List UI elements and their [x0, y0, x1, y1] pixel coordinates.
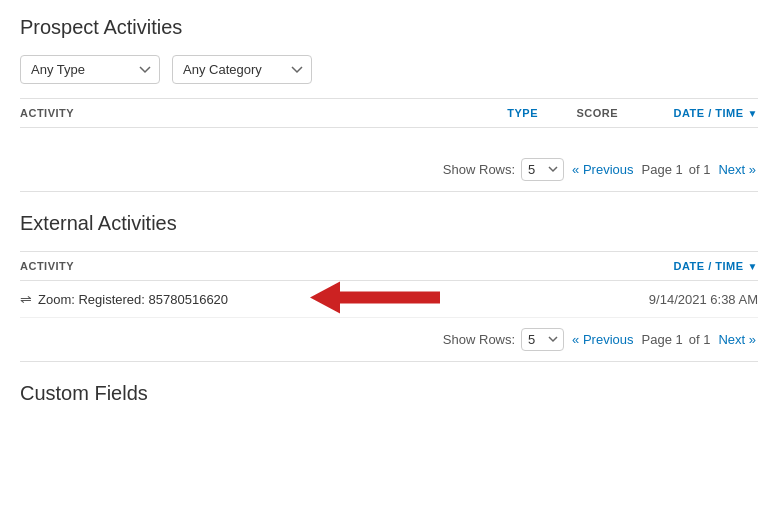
- category-filter-select[interactable]: Any Category Marketing Sales Support: [172, 55, 312, 84]
- red-arrow-indicator: [310, 280, 440, 319]
- score-col-header: SCORE: [538, 107, 618, 119]
- custom-fields-section: Custom Fields: [20, 382, 758, 405]
- prospect-next-btn[interactable]: Next »: [716, 162, 758, 177]
- external-activities-section: External Activities ACTIVITY DATE / TIME…: [20, 212, 758, 362]
- prospect-table-body: [20, 128, 758, 148]
- ext-of-label: of 1: [689, 332, 711, 347]
- ext-activity-text: Zoom: Registered: 85780516620: [38, 292, 228, 307]
- ext-datetime-cell: 9/14/2021 6:38 AM: [558, 292, 758, 307]
- ext-sort-arrow-icon: ▼: [748, 261, 758, 272]
- prospect-previous-btn[interactable]: « Previous: [570, 162, 635, 177]
- prospect-table-header: ACTIVITY TYPE SCORE DATE / TIME ▼: [20, 98, 758, 128]
- svg-marker-0: [310, 282, 440, 314]
- ext-rows-select[interactable]: 5 10 25 50: [521, 328, 564, 351]
- prospect-pagination: Show Rows: 5 10 25 50 « Previous Page 1 …: [20, 148, 758, 192]
- sort-arrow-icon: ▼: [748, 108, 758, 119]
- prospect-page-label: Page 1: [642, 162, 683, 177]
- type-col-header[interactable]: TYPE: [458, 107, 538, 119]
- external-table-header: ACTIVITY DATE / TIME ▼: [20, 251, 758, 281]
- ext-activity-cell: ⇌ Zoom: Registered: 85780516620: [20, 291, 558, 307]
- ext-activity-col-header: ACTIVITY: [20, 260, 558, 272]
- zoom-icon: ⇌: [20, 291, 32, 307]
- type-filter-select[interactable]: Any Type Email Form Page View Click: [20, 55, 160, 84]
- ext-page-label: Page 1: [642, 332, 683, 347]
- prospect-activities-title: Prospect Activities: [20, 16, 758, 43]
- datetime-col-header[interactable]: DATE / TIME ▼: [618, 107, 758, 119]
- external-pagination: Show Rows: 5 10 25 50 « Previous Page 1 …: [20, 318, 758, 362]
- prospect-rows-select[interactable]: 5 10 25 50: [521, 158, 564, 181]
- ext-datetime-col-header[interactable]: DATE / TIME ▼: [558, 260, 758, 272]
- ext-show-rows-label: Show Rows:: [443, 332, 515, 347]
- activity-col-header: ACTIVITY: [20, 107, 458, 119]
- ext-next-btn[interactable]: Next »: [716, 332, 758, 347]
- prospect-activities-section: Prospect Activities Any Type Email Form …: [20, 16, 758, 192]
- prospect-of-label: of 1: [689, 162, 711, 177]
- external-activities-title: External Activities: [20, 212, 758, 239]
- external-table-row: ⇌ Zoom: Registered: 85780516620 9/14/202…: [20, 281, 758, 318]
- ext-previous-btn[interactable]: « Previous: [570, 332, 635, 347]
- prospect-show-rows-label: Show Rows:: [443, 162, 515, 177]
- custom-fields-title: Custom Fields: [20, 382, 758, 405]
- prospect-filters: Any Type Email Form Page View Click Any …: [20, 55, 758, 84]
